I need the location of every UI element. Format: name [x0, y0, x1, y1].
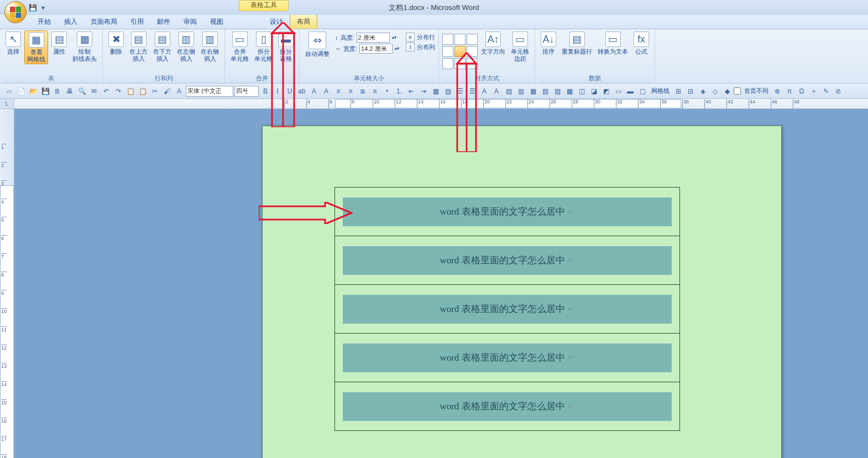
- tb2-fmt-12[interactable]: ⇤: [406, 86, 417, 97]
- tb2-fmt-11[interactable]: 1.: [394, 86, 405, 97]
- cell-content[interactable]: word 表格里面的文字怎么居中↵: [343, 295, 672, 324]
- delete-button[interactable]: ✖删除: [106, 30, 126, 56]
- tb2-fmt-6[interactable]: ≡: [333, 86, 344, 97]
- tb2-tbl-8[interactable]: ◩: [600, 86, 611, 97]
- draw-diag-button[interactable]: ▩绘制 斜线表头: [70, 30, 99, 63]
- ins-left-button[interactable]: ▥在左侧 插入: [175, 30, 197, 63]
- tb2-tbl-10[interactable]: ▬: [625, 86, 636, 97]
- tb2-tbl-5[interactable]: ▩: [564, 86, 575, 97]
- table-row[interactable]: word 表格里面的文字怎么居中↵: [335, 285, 680, 334]
- dist-cols-button[interactable]: ⦀分布列: [406, 43, 435, 51]
- cell-content[interactable]: word 表格里面的文字怎么居中↵: [343, 197, 672, 226]
- horizontal-ruler[interactable]: 2468101214161820222426283032343638404244…: [14, 99, 868, 108]
- tb2-misc-2[interactable]: ◈: [697, 86, 708, 97]
- tb2-fmt-7[interactable]: ≡: [345, 86, 356, 97]
- tb2-fmt-18[interactable]: A: [479, 86, 490, 97]
- qat-save-icon[interactable]: 💾: [29, 4, 37, 12]
- document-canvas[interactable]: word 表格里面的文字怎么居中↵word 表格里面的文字怎么居中↵word 表…: [14, 109, 868, 458]
- font-select[interactable]: [186, 86, 233, 97]
- formula-button[interactable]: fx公式: [631, 30, 651, 56]
- menu-tab-页面布局[interactable]: 页面布局: [84, 15, 124, 29]
- split-cells-button[interactable]: ▯拆分 单元格: [252, 30, 275, 63]
- text-direction-button[interactable]: A↕文字方向: [479, 30, 508, 56]
- table-row[interactable]: word 表格里面的文字怎么居中↵: [335, 236, 680, 285]
- font-size-select[interactable]: [234, 86, 259, 97]
- gridlines-label[interactable]: 网格线: [649, 87, 672, 95]
- convert-text-button[interactable]: ▭转换为文本: [595, 30, 630, 56]
- tb2-misc-0[interactable]: ⊞: [673, 86, 684, 97]
- view-gridlines-button[interactable]: ▦查看 网格线: [24, 30, 48, 64]
- tb2-misc-3[interactable]: ◇: [709, 86, 720, 97]
- align-cell-6[interactable]: [442, 58, 453, 69]
- tb2-btn-12[interactable]: ✂: [149, 86, 160, 97]
- qat-dropdown-icon[interactable]: ▾: [41, 4, 45, 12]
- cell-content[interactable]: word 表格里面的文字怎么居中↵: [343, 392, 672, 421]
- tb2-misc-4[interactable]: ◆: [721, 86, 733, 97]
- tb2-btn-14[interactable]: A: [174, 86, 185, 97]
- tb2-tbl-3[interactable]: ▧: [540, 86, 551, 97]
- align-cell-2[interactable]: [467, 34, 478, 45]
- tb2-btn-11[interactable]: 📋: [137, 86, 148, 97]
- width-input[interactable]: [359, 44, 393, 54]
- tb2-end-2[interactable]: Ω: [796, 86, 807, 97]
- table-row[interactable]: word 表格里面的文字怎么居中↵: [335, 382, 680, 431]
- height-input[interactable]: [357, 33, 390, 43]
- align-cell-1[interactable]: [454, 34, 466, 45]
- tb2-btn-6[interactable]: 🔍: [76, 86, 87, 97]
- tb2-btn-2[interactable]: 📂: [28, 86, 39, 97]
- tb2-fmt-14[interactable]: ▦: [430, 86, 441, 97]
- tb2-fmt-2[interactable]: U: [284, 86, 295, 97]
- tb2-tbl-4[interactable]: ▨: [552, 86, 563, 97]
- tb2-end-4[interactable]: ✎: [820, 86, 832, 97]
- tb2-btn-3[interactable]: 💾: [40, 86, 51, 97]
- menu-tab-插入[interactable]: 插入: [57, 15, 84, 29]
- tb2-misc-1[interactable]: ⊟: [685, 86, 696, 97]
- table-cell[interactable]: word 表格里面的文字怎么居中↵: [335, 382, 680, 431]
- menu-tab-邮件[interactable]: 邮件: [150, 15, 177, 29]
- repeat-header-button[interactable]: ▤重复标题行: [560, 30, 594, 56]
- tb2-btn-9[interactable]: ↷: [113, 86, 124, 97]
- table-cell[interactable]: word 表格里面的文字怎么居中↵: [335, 188, 680, 236]
- context-tab-布局[interactable]: 布局: [290, 14, 317, 29]
- merge-cells-button[interactable]: ▭合并 单元格: [228, 30, 251, 63]
- tb2-end-5[interactable]: ⊘: [833, 86, 844, 97]
- height-spinner-icon[interactable]: ▴▾: [392, 35, 396, 40]
- tb2-tbl-0[interactable]: ▤: [503, 86, 514, 97]
- cell-content[interactable]: word 表格里面的文字怎么居中↵: [343, 344, 672, 372]
- cell-content[interactable]: word 表格里面的文字怎么居中↵: [343, 246, 672, 275]
- tb2-tbl-11[interactable]: ▢: [637, 86, 648, 97]
- tb2-end-0[interactable]: ⊕: [772, 86, 783, 97]
- align-cell-0[interactable]: [442, 34, 453, 45]
- tb2-fmt-19[interactable]: A: [491, 86, 502, 97]
- tb2-fmt-9[interactable]: ≡: [369, 86, 380, 97]
- ins-above-button[interactable]: ▤在上方 插入: [127, 30, 150, 63]
- menu-tab-视图[interactable]: 视图: [203, 15, 230, 29]
- tb2-btn-5[interactable]: 🖶: [64, 86, 75, 97]
- tb2-btn-13[interactable]: 🖌: [161, 86, 172, 97]
- tb2-fmt-10[interactable]: •: [381, 86, 393, 97]
- menu-tab-开始[interactable]: 开始: [31, 15, 57, 29]
- cell-margins-button[interactable]: ▭单元格 边距: [509, 30, 531, 63]
- tb2-btn-0[interactable]: ▱: [3, 86, 14, 97]
- tb2-fmt-0[interactable]: B: [260, 86, 271, 97]
- align-cell-4[interactable]: [454, 46, 466, 57]
- office-button[interactable]: [4, 1, 27, 23]
- tb2-btn-1[interactable]: 📄: [15, 86, 27, 97]
- tb2-fmt-3[interactable]: ab: [296, 86, 307, 97]
- select-button[interactable]: ↖选择: [3, 30, 23, 56]
- document-table[interactable]: word 表格里面的文字怎么居中↵word 表格里面的文字怎么居中↵word 表…: [334, 187, 680, 431]
- align-cell-7[interactable]: [454, 58, 466, 69]
- table-row[interactable]: word 表格里面的文字怎么居中↵: [335, 188, 680, 236]
- menu-tab-审阅[interactable]: 审阅: [177, 15, 203, 29]
- tb2-fmt-1[interactable]: I: [272, 86, 283, 97]
- tb2-tbl-6[interactable]: ◫: [576, 86, 587, 97]
- tb2-fmt-16[interactable]: ☰: [454, 86, 466, 97]
- vertical-ruler[interactable]: 123456789101112131415161718: [0, 109, 14, 458]
- tb2-end-3[interactable]: ≈: [808, 86, 819, 97]
- table-cell[interactable]: word 表格里面的文字怎么居中↵: [335, 236, 680, 285]
- first-page-diff-checkbox[interactable]: [734, 87, 741, 95]
- properties-button[interactable]: ▤属性: [49, 30, 69, 56]
- tb2-fmt-13[interactable]: ⇥: [418, 86, 429, 97]
- tb2-fmt-4[interactable]: A: [308, 86, 320, 97]
- align-cell-5[interactable]: [467, 46, 478, 57]
